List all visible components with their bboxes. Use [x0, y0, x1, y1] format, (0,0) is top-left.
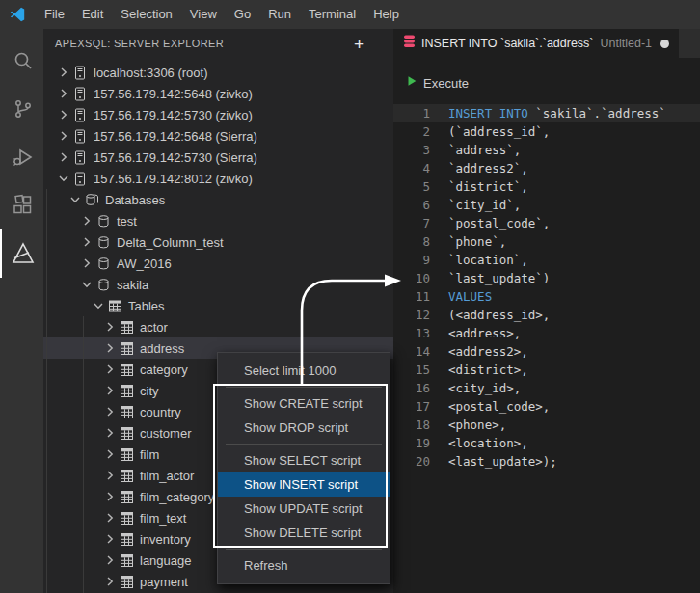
tab-filename: Untitled-1 — [601, 37, 653, 50]
tree-item-157-56-179-142-8012-zivko[interactable]: 157.56.179.142:8012 (zivko) — [43, 168, 393, 189]
add-connection-button[interactable]: + — [354, 35, 364, 53]
chevron-right-icon[interactable] — [56, 86, 71, 101]
tree-item-label: AW_2016 — [117, 256, 172, 271]
chevron-right-icon[interactable] — [56, 65, 71, 80]
table-icon — [118, 510, 135, 526]
tree-item-label: Databases — [105, 193, 165, 207]
chevron-right-icon[interactable] — [102, 531, 118, 547]
chevron-right-icon[interactable] — [102, 404, 118, 419]
chevron-right-icon[interactable] — [79, 256, 94, 271]
tree-item-test[interactable]: test — [43, 210, 393, 231]
menubar-item-selection[interactable]: Selection — [112, 0, 180, 29]
chevron-right-icon[interactable] — [102, 319, 118, 335]
code-text: <phone>, — [448, 416, 506, 434]
chevron-right-icon[interactable] — [56, 107, 71, 122]
line-number: 17 — [393, 397, 430, 416]
code-text: <address>, — [448, 324, 521, 342]
play-icon — [405, 74, 418, 92]
code-line: 19<location>, — [393, 434, 700, 452]
code-editor[interactable]: 1INSERT INTO `sakila`.`address`2(`addres… — [393, 104, 700, 471]
tree-item-aw-2016[interactable]: AW_2016 — [43, 253, 393, 274]
server-icon — [71, 128, 89, 144]
chevron-down-icon[interactable] — [79, 277, 94, 292]
server-icon — [71, 149, 89, 165]
chevron-right-icon[interactable] — [56, 149, 71, 165]
tree-item-label: actor — [140, 320, 168, 335]
chevron-down-icon[interactable] — [67, 192, 83, 207]
line-number: 2 — [393, 122, 430, 141]
unsaved-changes-dot[interactable] — [660, 40, 669, 48]
chevron-right-icon[interactable] — [79, 234, 94, 250]
tree-item-157-56-179-142-5648-sierra[interactable]: 157.56.179.142:5648 (Sierra) — [43, 125, 393, 147]
line-number: 3 — [393, 141, 430, 159]
code-text: `address2`, — [448, 159, 528, 177]
menu-item-show-create-script[interactable]: Show CREATE script — [218, 391, 390, 416]
activity-bar-source-control-icon[interactable] — [0, 85, 43, 133]
chevron-right-icon[interactable] — [102, 489, 118, 504]
sql-text: `phone`, — [448, 234, 506, 249]
menu-item-show-update-script[interactable]: Show UPDATE script — [218, 497, 390, 521]
menu-item-show-select-script[interactable]: Show SELECT script — [218, 448, 390, 472]
menubar-item-file[interactable]: File — [36, 0, 73, 29]
sql-keyword: VALUES — [448, 289, 492, 304]
tree-item-databases[interactable]: Databases — [43, 189, 393, 210]
menubar-item-help[interactable]: Help — [364, 0, 408, 29]
activity-bar-search-icon[interactable] — [0, 37, 43, 85]
tree-item-157-56-179-142-5648-zivko[interactable]: 157.56.179.142:5648 (zivko) — [43, 83, 393, 104]
chevron-right-icon[interactable] — [102, 383, 118, 398]
chevron-down-icon[interactable] — [91, 298, 106, 313]
activity-bar-extensions-icon[interactable] — [0, 181, 43, 229]
database-icon — [94, 277, 112, 292]
tree-item-label: payment — [140, 575, 188, 589]
sql-text: (`address_id`, — [448, 124, 550, 139]
tab-insert-script[interactable]: INSERT INTO `sakila`.`address` Untitled-… — [393, 29, 679, 58]
chevron-right-icon[interactable] — [56, 128, 71, 144]
chevron-right-icon[interactable] — [102, 425, 118, 441]
code-line: 11VALUES — [393, 287, 700, 306]
menubar-item-edit[interactable]: Edit — [73, 0, 112, 29]
chevron-right-icon[interactable] — [102, 574, 118, 589]
line-number: 15 — [393, 361, 430, 379]
menubar-item-terminal[interactable]: Terminal — [300, 0, 364, 29]
code-text: `city_id`, — [448, 196, 521, 214]
tree-item-label: inventory — [140, 532, 191, 547]
activity-bar-run-debug-icon[interactable] — [0, 133, 43, 181]
tree-item-tables[interactable]: Tables — [43, 295, 393, 316]
sql-text: `city_id`, — [448, 198, 521, 212]
menu-item-show-drop-script[interactable]: Show DROP script — [218, 416, 390, 440]
tree-item-delta-column-test[interactable]: Delta_Column_test — [43, 231, 393, 253]
sql-text: `district`, — [448, 179, 528, 194]
tree-item-actor[interactable]: actor — [43, 316, 393, 337]
chevron-right-icon[interactable] — [79, 213, 94, 229]
menu-item-refresh[interactable]: Refresh — [218, 553, 390, 578]
menubar-item-run[interactable]: Run — [259, 0, 300, 29]
chevron-right-icon[interactable] — [102, 340, 118, 356]
chevron-right-icon[interactable] — [102, 446, 118, 462]
execute-button[interactable]: Execute — [423, 76, 469, 91]
line-number: 7 — [393, 214, 430, 232]
chevron-right-icon[interactable] — [102, 510, 118, 526]
chevron-right-icon[interactable] — [102, 553, 118, 568]
code-line: 1INSERT INTO `sakila`.`address` — [393, 104, 700, 122]
line-number: 5 — [393, 177, 430, 196]
chevron-down-icon[interactable] — [56, 171, 71, 186]
code-text: `address`, — [448, 141, 521, 159]
chevron-right-icon[interactable] — [102, 468, 118, 483]
sql-text: <phone>, — [448, 418, 506, 432]
chevron-right-icon[interactable] — [102, 362, 118, 377]
tree-item-localhost-3306-root[interactable]: localhost:3306 (root) — [43, 62, 393, 83]
code-line: 17<postal_code>, — [393, 397, 700, 416]
tree-item-label: sakila — [117, 278, 148, 292]
tree-item-157-56-179-142-5730-zivko[interactable]: 157.56.179.142:5730 (zivko) — [43, 104, 393, 125]
tree-item-sakila[interactable]: sakila — [43, 274, 393, 295]
menubar-item-go[interactable]: Go — [226, 0, 259, 29]
sql-text: `address2`, — [448, 161, 528, 175]
database-icon — [94, 256, 112, 271]
menu-item-select-limit-1000[interactable]: Select limit 1000 — [218, 359, 390, 383]
menubar-item-view[interactable]: View — [181, 0, 226, 29]
menu-item-show-delete-script[interactable]: Show DELETE script — [218, 521, 390, 545]
tree-item-157-56-179-142-5730-sierra[interactable]: 157.56.179.142:5730 (Sierra) — [43, 147, 393, 168]
menu-separator — [226, 549, 382, 550]
menu-item-show-insert-script[interactable]: Show INSERT script — [218, 472, 390, 497]
activity-bar-apexsql-icon[interactable] — [0, 229, 43, 278]
